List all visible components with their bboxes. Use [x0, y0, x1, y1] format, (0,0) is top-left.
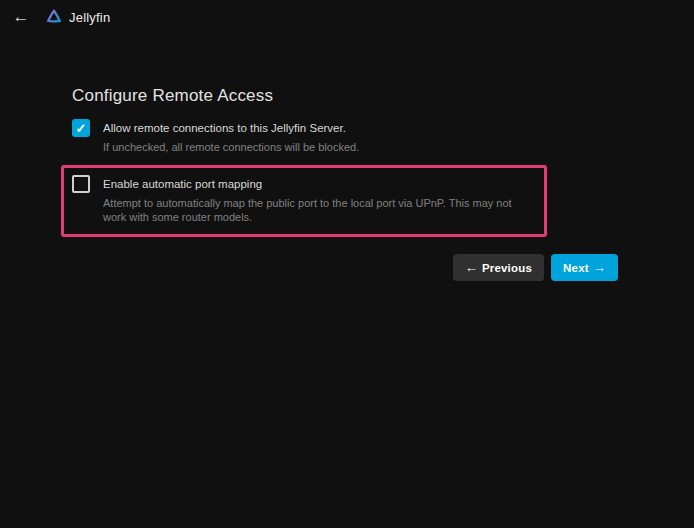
brand: Jellyfin: [44, 7, 110, 27]
option-port-mapping: Enable automatic port mapping Attempt to…: [72, 175, 536, 224]
wizard-content: Configure Remote Access ✓ Allow remote c…: [72, 86, 622, 281]
arrow-left-icon: ←: [465, 261, 478, 274]
allow-remote-connections-label[interactable]: Allow remote connections to this Jellyfi…: [103, 119, 359, 137]
next-button-label: Next: [563, 262, 589, 274]
next-button[interactable]: Next →: [551, 254, 618, 281]
check-icon: ✓: [76, 121, 87, 134]
app-title: Jellyfin: [69, 10, 110, 25]
option-text: Enable automatic port mapping Attempt to…: [103, 175, 536, 224]
port-mapping-description: Attempt to automatically map the public …: [103, 196, 536, 224]
jellyfin-logo-icon: [44, 7, 64, 27]
top-bar: ← Jellyfin: [0, 0, 694, 34]
port-mapping-checkbox[interactable]: [72, 175, 90, 193]
wizard-button-row: ← Previous Next →: [72, 254, 622, 281]
highlight-annotation-box: Enable automatic port mapping Attempt to…: [61, 165, 547, 237]
port-mapping-label[interactable]: Enable automatic port mapping: [103, 175, 536, 193]
previous-button-label: Previous: [482, 262, 532, 274]
option-text: Allow remote connections to this Jellyfi…: [103, 119, 359, 154]
allow-remote-connections-description: If unchecked, all remote connections wil…: [103, 140, 359, 154]
back-button[interactable]: ←: [8, 4, 34, 30]
arrow-right-icon: →: [593, 261, 606, 274]
option-allow-remote-connections: ✓ Allow remote connections to this Jelly…: [72, 119, 622, 154]
back-arrow-icon: ←: [13, 7, 30, 26]
page-title: Configure Remote Access: [72, 86, 622, 106]
previous-button[interactable]: ← Previous: [453, 254, 544, 281]
allow-remote-connections-checkbox[interactable]: ✓: [72, 119, 90, 137]
